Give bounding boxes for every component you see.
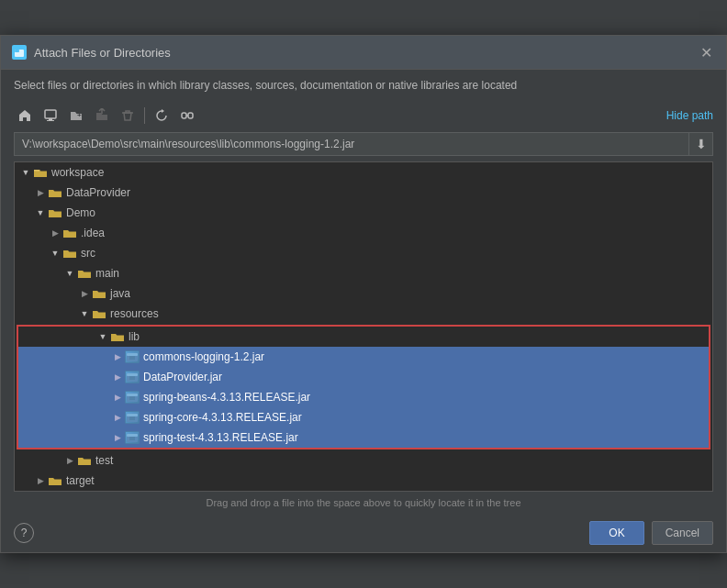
tree-item-label: resources	[110, 307, 159, 320]
folder-up-button[interactable]	[91, 105, 113, 127]
svg-rect-3	[49, 118, 52, 120]
jar-icon	[125, 411, 140, 424]
tree-item[interactable]: ▶ spring-beans-4.3.13.RELEASE.jar	[18, 387, 709, 407]
tree-item-label: java	[110, 287, 130, 300]
tree-item[interactable]: ▼ resources	[15, 304, 712, 324]
svg-rect-13	[127, 373, 138, 376]
tree-arrow: ▼	[95, 332, 110, 341]
folder-icon	[62, 248, 77, 259]
home-button[interactable]	[14, 105, 36, 127]
tree-item[interactable]: ▶ target	[15, 471, 712, 491]
separator	[144, 107, 145, 124]
tree-item-label: test	[95, 454, 113, 467]
folder-icon	[110, 331, 125, 342]
path-input[interactable]	[14, 132, 689, 156]
tree-arrow: ▶	[110, 393, 125, 402]
path-bar: ⬇	[14, 132, 713, 156]
tree-arrow: ▶	[110, 372, 125, 382]
svg-rect-17	[127, 394, 138, 396]
desktop-button[interactable]	[39, 105, 62, 127]
jar-icon	[125, 350, 140, 363]
file-tree[interactable]: ▼ workspace ▶ DataProvider ▼	[14, 161, 713, 492]
dialog-title: Attach Files or Directories	[34, 46, 171, 60]
tree-item[interactable]: ▶ .idea	[15, 223, 712, 243]
tree-item-label: spring-beans-4.3.13.RELEASE.jar	[143, 391, 310, 404]
tree-item[interactable]: ▼ main	[15, 263, 712, 283]
tree-arrow: ▶	[110, 413, 125, 422]
selected-group: ▼ lib ▶ commons-logging-1.2.jar ▶	[17, 325, 710, 449]
tree-arrow: ▶	[33, 476, 48, 485]
title-bar: Attach Files or Directories ✕	[1, 36, 726, 70]
tree-item[interactable]: ▼ workspace	[15, 162, 712, 183]
dialog-icon	[12, 45, 27, 60]
svg-rect-6	[182, 113, 186, 118]
folder-icon	[92, 288, 106, 299]
tree-arrow: ▼	[18, 168, 33, 177]
folder-icon	[48, 187, 62, 198]
tree-item-label: .idea	[81, 227, 105, 239]
tree-item-label: workspace	[51, 166, 104, 179]
link-button[interactable]	[176, 105, 198, 127]
tree-arrow: ▶	[110, 433, 125, 442]
tree-item[interactable]: ▶ java	[15, 283, 712, 304]
tree-arrow: ▶	[62, 456, 77, 465]
tree-item[interactable]: ▼ src	[15, 243, 712, 263]
tree-arrow: ▼	[77, 309, 92, 318]
ok-button[interactable]: OK	[589, 521, 643, 545]
folder-icon	[33, 167, 48, 178]
folder-icon	[62, 227, 77, 239]
tree-item[interactable]: ▶ spring-core-4.3.13.RELEASE.jar	[18, 407, 709, 427]
close-button[interactable]: ✕	[697, 43, 715, 61]
tree-item[interactable]: ▶ test	[15, 450, 712, 471]
tree-item[interactable]: ▶ DataProvider	[15, 183, 712, 203]
folder-icon	[77, 268, 92, 279]
tree-item-label: spring-test-4.3.13.RELEASE.jar	[143, 431, 298, 444]
tree-item-label: src	[81, 247, 95, 260]
jar-icon	[125, 371, 140, 383]
new-folder-button[interactable]: +	[65, 105, 87, 127]
tree-arrow: ▼	[33, 208, 48, 217]
delete-button[interactable]	[117, 105, 139, 127]
tree-arrow: ▼	[48, 249, 62, 258]
cancel-button[interactable]: Cancel	[652, 521, 713, 545]
toolbar: + Hide path	[1, 101, 726, 132]
tree-arrow: ▶	[48, 228, 62, 238]
folder-icon	[77, 455, 92, 466]
tree-arrow: ▶	[110, 352, 125, 361]
tree-item-label: spring-core-4.3.13.RELEASE.jar	[143, 411, 302, 424]
tree-item[interactable]: ▶ spring-test-4.3.13.RELEASE.jar	[18, 427, 709, 448]
tree-item[interactable]: ▼ lib	[18, 327, 709, 347]
refresh-button[interactable]	[151, 105, 173, 127]
svg-rect-2	[45, 110, 56, 118]
folder-icon	[48, 207, 62, 218]
tree-item-label: DataProvider	[66, 186, 130, 199]
folder-icon	[48, 475, 62, 486]
tree-arrow: ▶	[77, 289, 92, 298]
tree-item-label: main	[95, 267, 119, 280]
tree-item-label: target	[66, 474, 95, 487]
svg-rect-21	[127, 414, 138, 416]
tree-item[interactable]: ▼ Demo	[15, 203, 712, 223]
footer: ? OK Cancel	[1, 514, 726, 552]
tree-item-label: commons-logging-1.2.jar	[143, 350, 264, 363]
tree-item-label: Demo	[66, 206, 95, 219]
tree-arrow: ▼	[62, 269, 77, 278]
hide-path-button[interactable]: Hide path	[666, 109, 713, 122]
jar-icon	[125, 391, 140, 404]
svg-rect-25	[127, 434, 138, 437]
tree-item-label: lib	[129, 330, 140, 343]
svg-rect-4	[47, 120, 54, 121]
jar-icon	[125, 431, 140, 444]
tree-item[interactable]: ▶ commons-logging-1.2.jar	[18, 347, 709, 367]
svg-text:+: +	[77, 111, 82, 119]
tree-arrow: ▶	[33, 188, 48, 197]
svg-rect-9	[127, 353, 138, 356]
download-button[interactable]: ⬇	[689, 132, 713, 156]
description-text: Select files or directories in which lib…	[1, 70, 726, 101]
attach-files-dialog: Attach Files or Directories ✕ Select fil…	[0, 35, 727, 553]
tree-item[interactable]: ▶ DataProvider.jar	[18, 367, 709, 387]
tree-item-label: DataProvider.jar	[143, 371, 222, 383]
svg-rect-1	[15, 50, 19, 52]
folder-icon	[92, 308, 106, 319]
help-button[interactable]: ?	[14, 523, 34, 543]
